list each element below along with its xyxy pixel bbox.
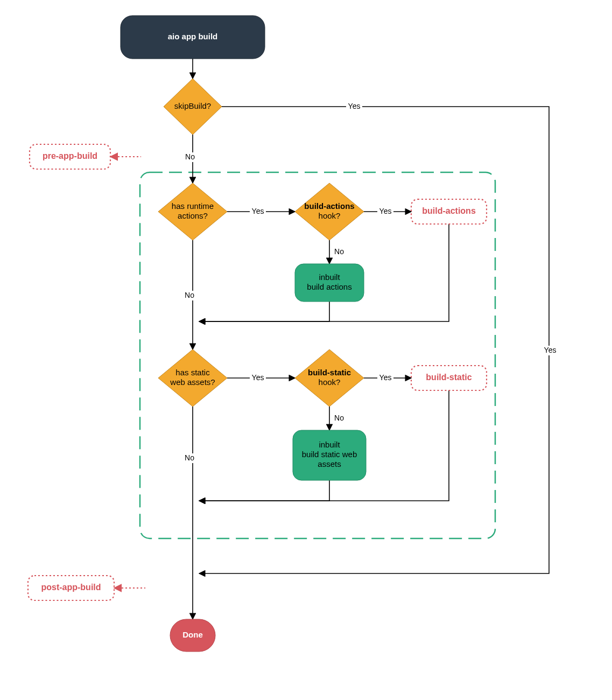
- svg-text:build-static: build-static: [308, 368, 351, 377]
- edge-inbuiltactions-down: [199, 302, 329, 321]
- svg-text:post-app-build: post-app-build: [41, 583, 101, 592]
- svg-text:build-actions: build-actions: [422, 206, 476, 215]
- start-node: aio app build: [121, 16, 265, 59]
- svg-text:skipBuild?: skipBuild?: [174, 101, 211, 110]
- build-actions-custom-hook: build-actions: [411, 199, 487, 224]
- build-static-custom-hook: build-static: [411, 366, 487, 390]
- svg-text:web assets?: web assets?: [170, 377, 215, 387]
- svg-text:build actions: build actions: [307, 282, 351, 291]
- build-static-hook-decision: build-static hook?: [295, 349, 364, 407]
- svg-text:aio app build: aio app build: [168, 32, 218, 41]
- edge-buildactionshook-no-label: No: [334, 247, 344, 256]
- edge-hasruntime-no-label: No: [185, 291, 194, 299]
- svg-text:hook?: hook?: [319, 377, 341, 387]
- edge-buildstatichook-no-label: No: [334, 414, 344, 422]
- svg-text:build-actions: build-actions: [304, 201, 354, 211]
- svg-text:pre-app-build: pre-app-build: [43, 151, 97, 160]
- has-static-decision: has static web assets?: [158, 349, 227, 407]
- edge-buildstatichook-yes-label: Yes: [379, 373, 392, 382]
- edge-buildactionshook-yes-label: Yes: [379, 207, 392, 215]
- svg-text:inbuilt: inbuilt: [319, 272, 340, 282]
- edge-inbuiltstatic-down: [199, 480, 329, 501]
- skipbuild-decision: skipBuild?: [164, 79, 222, 135]
- svg-text:actions?: actions?: [178, 211, 208, 220]
- build-actions-hook-decision: build-actions hook?: [295, 183, 364, 240]
- edge-skipbuild-yes: [199, 107, 549, 573]
- pre-app-build-hook: pre-app-build: [30, 144, 110, 169]
- svg-text:Done: Done: [182, 630, 203, 639]
- inbuilt-build-actions: inbuilt build actions: [295, 264, 364, 302]
- svg-text:inbuilt: inbuilt: [319, 440, 340, 449]
- post-app-build-hook: post-app-build: [28, 576, 114, 600]
- has-runtime-decision: has runtime actions?: [158, 183, 227, 240]
- edge-hasstatic-yes-label: Yes: [252, 373, 264, 382]
- edge-hasruntime-yes-label: Yes: [252, 207, 264, 215]
- edge-skipbuild-yes-label-2: Yes: [544, 346, 557, 354]
- edge-skipbuild-yes-label: Yes: [348, 102, 361, 110]
- done-node: Done: [170, 619, 215, 652]
- svg-text:build static web: build static web: [302, 450, 357, 459]
- edge-skipbuild-no-label: No: [185, 152, 195, 161]
- svg-text:has runtime: has runtime: [172, 201, 214, 211]
- svg-text:build-static: build-static: [426, 373, 472, 382]
- edge-hasstatic-no-label: No: [185, 453, 194, 462]
- svg-text:has static: has static: [175, 368, 210, 377]
- svg-text:assets: assets: [318, 459, 341, 468]
- svg-text:hook?: hook?: [319, 211, 341, 220]
- inbuilt-build-static: inbuilt build static web assets: [293, 430, 366, 480]
